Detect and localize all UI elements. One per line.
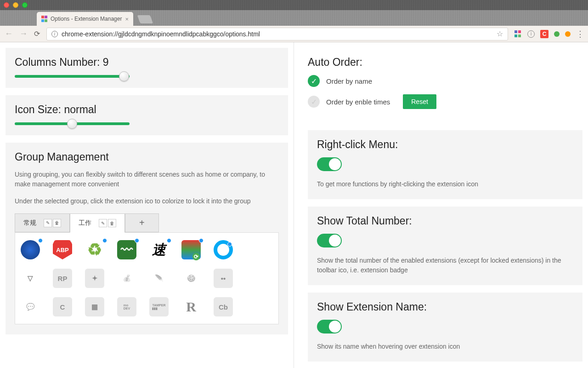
ext-c-icon[interactable]: C [53,297,72,316]
rightclick-desc: To get more functions by right-clicking … [317,179,573,189]
ext-rp-icon[interactable]: RP [53,269,72,288]
tab-favicon-icon [41,16,48,22]
columns-title: Columns Number: 9 [15,56,279,69]
nav-forward-icon[interactable]: → [19,29,28,39]
total-desc: Show the total number of the enabled ext… [317,256,573,275]
window-titlebar [0,0,588,10]
ext-recycle-icon[interactable] [85,240,104,259]
group-desc-1: Using grouping, you can flexibly switch … [15,170,279,189]
group-tabs: 常规 ✎ 🗑 工作 ✎ 🗑 + [15,213,279,233]
group-tab-edit-icon[interactable]: ✎ [44,219,52,227]
ext-tiles-icon[interactable]: ▦ [85,297,104,316]
ext-tamper-icon[interactable]: TAMPER▮▮▮ [149,297,169,316]
icon-size-card: Icon Size: normal [6,95,288,135]
radio-selected-icon: ✓ [308,75,320,87]
ext-green-dot-icon[interactable] [554,31,560,37]
group-tab-edit-icon[interactable]: ✎ [99,219,107,227]
ext-row-2: ▽ RP ✦ 💰 🪶 🍪 •• [21,269,273,288]
site-info-icon[interactable]: i [51,31,58,37]
browser-menu-icon[interactable]: ⋮ [576,29,583,39]
auto-order-section: Auto Order: ✓ Order by name ✓ Order by e… [308,56,582,130]
ext-moneybag-icon[interactable]: 💰 [117,269,136,288]
rightclick-title: Right-click Menu: [317,138,573,151]
total-title: Show Total Number: [317,215,573,227]
group-tab-work-label: 工作 [79,219,91,227]
group-tab-delete-icon[interactable]: 🗑 [108,219,116,227]
url-text: chrome-extension://gjldcdngmdknpinoemndl… [62,30,260,38]
url-bar[interactable]: i chrome-extension://gjldcdngmdknpinoemn… [46,28,508,40]
right-column: Auto Order: ✓ Order by name ✓ Order by e… [294,42,588,368]
group-tab-add[interactable]: + [125,213,159,232]
window-controls [4,2,28,8]
new-tab-button[interactable] [137,15,153,23]
group-desc-2: Under the selected group, click the exte… [15,196,279,206]
group-management-card: Group Management Using grouping, you can… [6,143,288,334]
ext-c-icon[interactable]: C [540,30,548,38]
ext-puzzle-icon[interactable]: ✦ [85,269,104,288]
group-title: Group Management [15,151,279,163]
total-toggle[interactable] [317,234,342,247]
ext-manager-icon[interactable] [514,30,522,38]
radio-times-label: Order by enble times [326,98,390,106]
browser-tabbar: Options - Extension Manager × [0,10,588,26]
tab-close-icon[interactable]: × [125,16,129,23]
ext-r-icon[interactable]: R [181,297,201,316]
iconsize-slider-thumb[interactable] [67,119,77,129]
columns-slider-thumb[interactable] [119,71,129,81]
left-column: Columns Number: 9 Icon Size: normal Grou… [0,42,294,368]
iconsize-title: Icon Size: normal [15,104,279,116]
nav-back-icon[interactable]: ← [5,29,13,39]
group-tab-delete-icon[interactable]: 🗑 [53,219,61,227]
radio-name-label: Order by name [326,77,372,85]
ext-feather-icon[interactable]: 🪶 [149,269,169,288]
radio-unselected-icon: ✓ [308,96,320,108]
ext-row-1: ABP [21,240,273,259]
right-click-menu-section: Right-click Menu: To get more functions … [308,130,582,199]
autoorder-title: Auto Order: [308,56,582,69]
tab-title: Options - Extension Manager [51,16,122,22]
extensions-panel: ABP ▽ RP ✦ 💰 🪶 🍪 •• 💬 [15,233,279,324]
nav-reload-icon[interactable]: ⟳ [34,29,40,38]
ext-funnel-icon[interactable]: ▽ [21,269,40,288]
ext-wechat-icon[interactable]: 💬 [21,297,40,316]
window-close-button[interactable] [4,2,9,8]
toolbar-extensions: i C ⋮ [514,29,583,39]
reset-button[interactable]: Reset [403,94,436,109]
ext-circle-icon[interactable] [214,240,233,259]
show-extension-name-section: Show Extension Name: Show its name when … [308,293,582,362]
group-tab-work[interactable]: 工作 ✎ 🗑 [70,213,125,233]
columns-number-card: Columns Number: 9 [6,48,288,88]
info-icon[interactable]: i [527,30,535,38]
group-tab-normal[interactable]: 常规 ✎ 🗑 [15,213,70,232]
show-total-number-section: Show Total Number: Show the total number… [308,207,582,285]
window-minimize-button[interactable] [13,2,18,8]
ext-dots-icon[interactable]: •• [214,269,233,288]
rightclick-toggle[interactable] [317,157,342,171]
extname-desc: Show its name when hovering over extensi… [317,342,573,351]
radio-order-by-name[interactable]: ✓ Order by name [308,75,582,87]
browser-toolbar: ← → ⟳ i chrome-extension://gjldcdngmdknp… [0,26,588,42]
browser-tab-active[interactable]: Options - Extension Manager × [37,12,133,26]
bookmark-star-icon[interactable]: ☆ [497,29,503,38]
ext-1password-icon[interactable] [21,240,40,259]
ext-adblockplus-icon[interactable]: ABP [53,240,72,259]
ext-speed-icon[interactable] [149,240,169,259]
ext-cookie-icon[interactable]: 🍪 [181,269,201,288]
ext-chrome-dev-icon[interactable]: moDEV [117,297,136,316]
ext-cb-icon[interactable]: Cb [214,297,233,316]
window-maximize-button[interactable] [22,2,28,8]
extname-toggle[interactable] [317,320,342,334]
group-tab-normal-label: 常规 [23,219,36,227]
page-content: Columns Number: 9 Icon Size: normal Grou… [0,42,588,368]
iconsize-slider[interactable] [15,122,130,125]
columns-slider[interactable] [15,75,130,78]
ext-activity-icon[interactable] [117,240,136,259]
radio-order-by-times[interactable]: ✓ Order by enble times Reset [308,94,582,109]
extname-title: Show Extension Name: [317,301,573,313]
ext-row-3: 💬 C ▦ moDEV TAMPER▮▮▮ R Cb [21,297,273,316]
ext-orange-dot-icon[interactable] [565,31,571,37]
ext-reload-icon[interactable] [181,240,201,259]
